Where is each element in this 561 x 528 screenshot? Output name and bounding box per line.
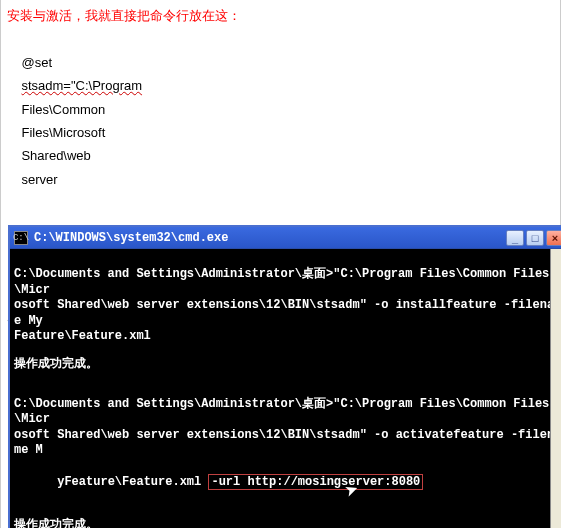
minimize-button[interactable]: _: [506, 230, 524, 246]
t: server: [21, 172, 57, 187]
cmd-icon: C:\: [14, 231, 28, 245]
window-title: C:\WINDOWS\system32\cmd.exe: [34, 231, 506, 245]
doc-set-line: @set stsadm="C:\Program Files\Common Fil…: [7, 27, 554, 214]
console-line: yFeature\Feature.xml -url http://mosings…: [14, 459, 561, 506]
console-line: 操作成功完成。: [14, 518, 561, 528]
titlebar[interactable]: C:\ C:\WINDOWS\system32\cmd.exe _ □ ×: [10, 227, 561, 249]
close-button[interactable]: ×: [546, 230, 561, 246]
t: Shared\web: [21, 148, 90, 163]
t: @set: [21, 55, 52, 70]
maximize-button[interactable]: □: [526, 230, 544, 246]
doc-heading: 安装与激活，我就直接把命令行放在这：: [7, 4, 554, 27]
t: stsadm="C:\Program: [21, 78, 142, 93]
console-line: osoft Shared\web server extensions\12\BI…: [14, 298, 561, 329]
highlighted-url: -url http://mosingserver:8080: [208, 474, 423, 490]
vertical-scrollbar[interactable]: [550, 249, 561, 528]
t: yFeature\Feature.xml: [57, 475, 208, 489]
console-line: C:\Documents and Settings\Administrator\…: [14, 397, 561, 428]
t: Files\Common: [21, 102, 105, 117]
t: Files\Microsoft: [21, 125, 105, 140]
console-line: osoft Shared\web server extensions\12\BI…: [14, 428, 561, 459]
console-line: C:\Documents and Settings\Administrator\…: [14, 267, 561, 298]
window-buttons: _ □ ×: [506, 230, 561, 246]
console-output[interactable]: C:\Documents and Settings\Administrator\…: [10, 249, 561, 528]
cmd-window: C:\ C:\WINDOWS\system32\cmd.exe _ □ × C:…: [8, 225, 561, 528]
console-line: 操作成功完成。: [14, 357, 561, 373]
console-line: Feature\Feature.xml: [14, 329, 561, 345]
